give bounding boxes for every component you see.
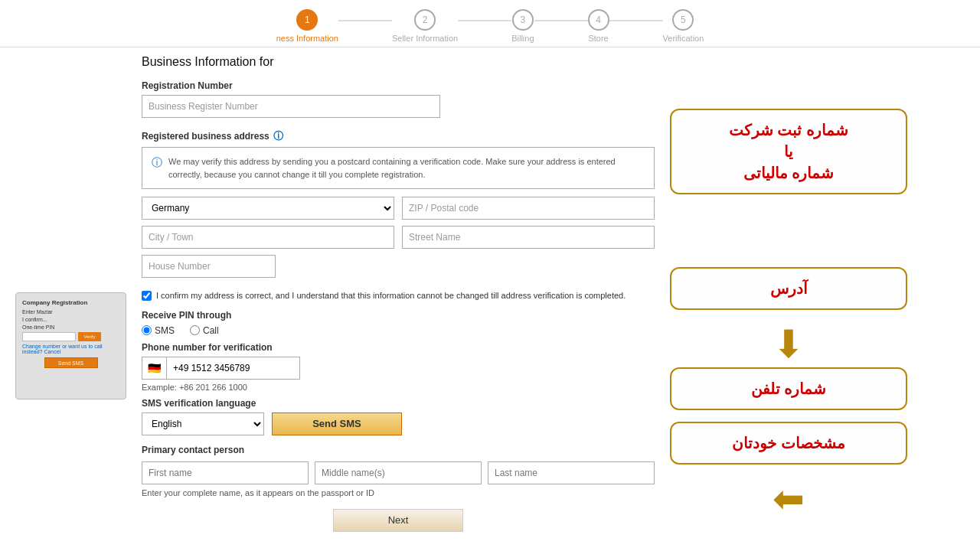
call-radio[interactable] — [190, 325, 200, 335]
step-label-2: Seller Information — [392, 34, 458, 43]
info-icon: ⓘ — [273, 129, 283, 143]
sms-radio[interactable] — [142, 325, 152, 335]
popup-pin-input[interactable] — [22, 332, 76, 341]
next-button[interactable]: Next — [333, 509, 463, 532]
popup-company: Company Registration — [22, 299, 119, 306]
country-zip-row: Germany United States United Kingdom — [142, 197, 655, 220]
annotation-address: آدرس — [670, 267, 907, 310]
left-panel: Company Registration Enter Maziar I conf… — [15, 55, 126, 540]
city-input[interactable] — [142, 226, 394, 249]
annotation-company-reg: شماره ثبت شرکتیاشماره مالیاتی — [670, 109, 907, 194]
step-label-5: Verification — [663, 34, 704, 43]
registration-number-input[interactable] — [142, 95, 440, 118]
send-sms-button[interactable]: Send SMS — [272, 412, 402, 435]
first-name-input[interactable] — [142, 461, 309, 484]
popup-change-link[interactable]: Change number or want us to call instead… — [22, 344, 119, 354]
street-input[interactable] — [402, 226, 655, 249]
step-5: 5 Verification — [663, 9, 704, 43]
step-label-1: ness Information — [276, 34, 338, 43]
right-panel: شماره ثبت شرکتیاشماره مالیاتی آدرس ⬇ شما… — [670, 55, 907, 540]
popup-confirm: I confirm... — [22, 317, 119, 322]
info-circle-icon: ⓘ — [152, 156, 162, 181]
name-row — [142, 461, 655, 484]
popup-user: Enter Maziar — [22, 309, 119, 315]
phone-number-input[interactable] — [166, 357, 300, 380]
address-section: Registered business address ⓘ ⓘ We may v… — [142, 129, 655, 278]
pin-label: Receive PIN through — [142, 310, 655, 321]
phone-example: Example: +86 201 266 1000 — [142, 383, 655, 392]
step-4: 4 Store — [588, 9, 609, 43]
call-radio-label[interactable]: Call — [190, 325, 219, 336]
zip-input[interactable] — [402, 197, 655, 220]
step-connector-1 — [338, 20, 392, 21]
name-hint: Enter your complete name, as it appears … — [142, 488, 655, 497]
phone-input-row: 🇩🇪 — [142, 357, 655, 380]
popup-send-button[interactable]: Send SMS — [44, 357, 98, 368]
registration-label: Registration Number — [142, 80, 655, 91]
address-info-text: We may verify this address by sending yo… — [168, 155, 645, 181]
annotation-boxes: شماره ثبت شرکتیاشماره مالیاتی آدرس ⬇ شما… — [670, 55, 907, 522]
annotation-address-text: آدرس — [687, 278, 890, 299]
annotation-phone: شماره تلفن — [670, 367, 907, 410]
sms-radio-label[interactable]: SMS — [142, 325, 175, 336]
annotation-phone-text: شماره تلفن — [687, 378, 890, 399]
step-label-3: Billing — [511, 34, 534, 43]
language-select[interactable]: English فارسی Deutsch — [142, 412, 264, 435]
address-label: Registered business address ⓘ — [142, 129, 655, 143]
step-circle-4: 4 — [588, 9, 609, 31]
step-circle-5: 5 — [672, 9, 694, 31]
contact-label: Primary contact person — [142, 445, 655, 455]
confirm-checkbox[interactable] — [142, 291, 152, 301]
contact-section: Primary contact person Enter your comple… — [142, 445, 655, 497]
confirm-checkbox-text: I confirm my address is correct, and I u… — [156, 289, 626, 302]
sms-row: English فارسی Deutsch Send SMS — [142, 412, 655, 435]
house-number-input[interactable] — [142, 255, 276, 278]
step-connector-4 — [609, 20, 663, 21]
pin-section: Receive PIN through SMS Call Phone numbe… — [142, 310, 655, 435]
address-info-box: ⓘ We may verify this address by sending … — [142, 147, 655, 189]
step-1: 1 ness Information — [276, 9, 338, 43]
registration-section: Registration Number — [142, 80, 655, 118]
annotation-profile-text: مشخصات خودتان — [687, 432, 890, 454]
popup-preview: Company Registration Enter Maziar I conf… — [15, 292, 126, 399]
phone-flag: 🇩🇪 — [142, 357, 166, 380]
step-3: 3 Billing — [511, 9, 534, 43]
step-connector-3 — [534, 20, 588, 21]
step-circle-1: 1 — [296, 9, 318, 31]
step-circle-2: 2 — [414, 9, 436, 31]
last-name-input[interactable] — [488, 461, 655, 484]
annotation-company-text: شماره ثبت شرکتیاشماره مالیاتی — [687, 119, 890, 184]
confirm-checkbox-row: I confirm my address is correct, and I u… — [142, 289, 655, 302]
phone-label: Phone number for verification — [142, 342, 655, 353]
step-2: 2 Seller Information — [392, 9, 458, 43]
form-area: Business Information for Registration Nu… — [142, 55, 655, 540]
popup-pin-label: One-time PIN — [22, 324, 119, 330]
page-title: Business Information for — [142, 55, 655, 69]
country-select[interactable]: Germany United States United Kingdom — [142, 197, 394, 220]
step-circle-3: 3 — [512, 9, 534, 31]
city-street-row — [142, 226, 655, 249]
pin-radio-row: SMS Call — [142, 325, 655, 336]
sms-lang-label: SMS verification language — [142, 398, 655, 409]
step-label-4: Store — [588, 34, 608, 43]
progress-bar: 1 ness Information 2 Seller Information … — [0, 0, 980, 47]
annotation-profile: مشخصات خودتان — [670, 422, 907, 465]
down-arrow-icon: ⬇ — [670, 325, 907, 364]
main-container: Company Registration Enter Maziar I conf… — [0, 47, 980, 547]
step-connector-2 — [458, 20, 511, 21]
popup-verify-button[interactable]: Verify — [78, 332, 101, 341]
left-arrow-icon: ⬅ — [670, 480, 907, 518]
middle-name-input[interactable] — [315, 461, 482, 484]
